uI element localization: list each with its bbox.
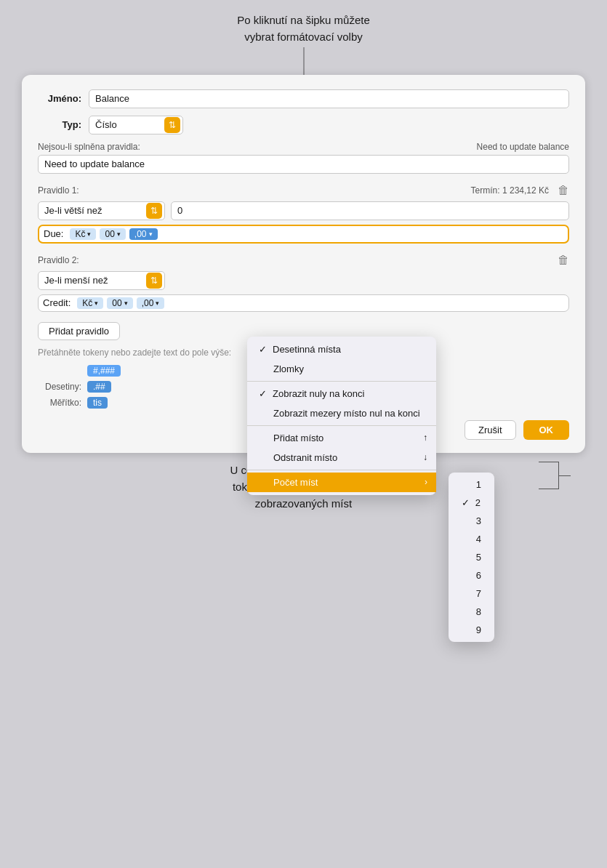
submenu-item-3[interactable]: 3 bbox=[449, 512, 494, 530]
desetiny-label: Desetiny: bbox=[38, 382, 81, 392]
dropdown-item-pocet-label: Počet míst bbox=[273, 477, 318, 488]
dropdown-divider-1 bbox=[247, 381, 436, 382]
rule2-format-label: Credit: bbox=[43, 297, 71, 308]
name-input[interactable] bbox=[89, 89, 569, 108]
dropdown-item-zlomky[interactable]: Zlomky bbox=[247, 359, 436, 379]
rules-hint: Need to update balance bbox=[477, 142, 569, 152]
type-label: Typ: bbox=[38, 119, 81, 130]
dropdown-item-desetinna-label: Desetinná místa bbox=[273, 344, 341, 355]
rule2-header: Pravidlo 2: 🗑 bbox=[38, 254, 569, 267]
submenu-item-2[interactable]: 2 bbox=[449, 494, 494, 512]
add-rule-button[interactable]: Přidat pravidlo bbox=[38, 322, 120, 340]
rule2-condition-select[interactable]: Je-li menší než bbox=[38, 271, 165, 290]
rules-label: Nejsou-li splněna pravidla: bbox=[38, 142, 140, 152]
dropdown-menu: Desetinná místa Zlomky Zobrazit nuly na … bbox=[247, 337, 436, 495]
submenu-item-7[interactable]: 7 bbox=[449, 584, 494, 603]
celeislo-chip[interactable]: #,### bbox=[87, 365, 121, 377]
dropdown-item-nuly[interactable]: Zobrazit nuly na konci bbox=[247, 384, 436, 403]
rule2-delete-icon[interactable]: 🗑 bbox=[558, 254, 569, 267]
rules-input[interactable] bbox=[38, 155, 569, 174]
dropdown-item-mezery[interactable]: Zobrazit mezery místo nul na konci bbox=[247, 403, 436, 423]
dropdown-item-mezery-label: Zobrazit mezery místo nul na konci bbox=[273, 408, 420, 419]
meritko-chip[interactable]: tis bbox=[87, 397, 108, 409]
rule1-header: Pravidlo 1: Termín: 1 234,12 Kč 🗑 bbox=[38, 184, 569, 197]
rules-label-row: Nejsou-li splněna pravidla: Need to upda… bbox=[38, 142, 569, 152]
rule1-chip-00[interactable]: 00 ▾ bbox=[100, 228, 125, 240]
submenu-item-5[interactable]: 5 bbox=[449, 548, 494, 566]
rule2-format-row: Credit: Kč ▾ 00 ▾ ,00 ▾ bbox=[38, 294, 569, 312]
rule2-select-wrap: Je-li menší než bbox=[38, 271, 165, 290]
rule2-section: Pravidlo 2: 🗑 Je-li menší než Credit: Kč… bbox=[38, 254, 569, 312]
rule2-chip-dec[interactable]: ,00 ▾ bbox=[137, 297, 165, 309]
rule1-chip-dec[interactable]: ,00 ▾ bbox=[129, 228, 158, 240]
rule2-title: Pravidlo 2: bbox=[38, 255, 79, 265]
pridat-arrow-icon: ↑ bbox=[423, 433, 427, 443]
rule2-controls: Je-li menší než bbox=[38, 271, 569, 290]
main-panel: Jméno: Typ: Číslo Nejsou-li splněna prav… bbox=[22, 75, 585, 453]
dropdown-item-desetinna[interactable]: Desetinná místa bbox=[247, 339, 436, 359]
odstranit-arrow-icon: ↓ bbox=[423, 452, 427, 462]
dropdown-item-odstranit-label: Odstranit místo bbox=[273, 452, 337, 463]
name-label: Jméno: bbox=[38, 93, 81, 104]
rule1-title: Pravidlo 1: bbox=[38, 185, 79, 196]
rule1-value-input[interactable] bbox=[171, 201, 569, 220]
dropdown-item-pridat[interactable]: Přidat místo ↑ bbox=[247, 428, 436, 448]
rule2-chip-kc[interactable]: Kč ▾ bbox=[77, 297, 103, 309]
type-select-wrap: Číslo bbox=[89, 116, 183, 134]
rule2-chip-00[interactable]: 00 ▾ bbox=[107, 297, 132, 309]
rule1-format-label: Due: bbox=[44, 228, 63, 239]
dropdown-item-pocet[interactable]: Počet míst › 1 2 3 4 5 6 7 8 9 bbox=[247, 473, 436, 492]
dropdown-item-nuly-label: Zobrazit nuly na konci bbox=[273, 388, 364, 399]
pocet-submenu-arrow-icon: › bbox=[425, 477, 427, 487]
rule1-controls: Je-li větší než bbox=[38, 201, 569, 220]
submenu-item-6[interactable]: 6 bbox=[449, 566, 494, 584]
desetiny-chip[interactable]: .## bbox=[87, 381, 111, 393]
submenu-item-8[interactable]: 8 bbox=[449, 603, 494, 621]
submenu: 1 2 3 4 5 6 7 8 9 bbox=[449, 473, 494, 642]
type-row: Typ: Číslo bbox=[38, 116, 569, 134]
rule1-term: Termín: 1 234,12 Kč bbox=[471, 185, 549, 196]
submenu-item-9[interactable]: 9 bbox=[449, 621, 494, 639]
rule1-section: Pravidlo 1: Termín: 1 234,12 Kč 🗑 Je-li … bbox=[38, 184, 569, 244]
meritko-label: Měřítko: bbox=[38, 398, 81, 408]
ok-button[interactable]: OK bbox=[523, 420, 570, 440]
dropdown-item-pridat-label: Přidat místo bbox=[273, 433, 323, 443]
rule1-select-wrap: Je-li větší než bbox=[38, 201, 165, 220]
dropdown-divider-2 bbox=[247, 425, 436, 426]
submenu-item-1[interactable]: 1 bbox=[449, 475, 494, 494]
annotation-top-text: Po kliknutí na šipku můžete vybrat formá… bbox=[116, 12, 491, 46]
dropdown-divider-3 bbox=[247, 470, 436, 470]
rule1-format-row: Due: Kč ▾ 00 ▾ ,00 ▾ bbox=[38, 225, 569, 244]
dropdown-item-zlomky-label: Zlomky bbox=[273, 363, 304, 374]
type-select[interactable]: Číslo bbox=[89, 116, 183, 134]
rule1-chip-kc[interactable]: Kč ▾ bbox=[70, 228, 96, 240]
submenu-item-4[interactable]: 4 bbox=[449, 530, 494, 548]
rule1-condition-select[interactable]: Je-li větší než bbox=[38, 201, 165, 220]
name-row: Jméno: bbox=[38, 89, 569, 108]
dropdown-item-odstranit[interactable]: Odstranit místo ↓ bbox=[247, 448, 436, 467]
rule1-delete-icon[interactable]: 🗑 bbox=[558, 184, 569, 197]
cancel-button[interactable]: Zrušit bbox=[465, 420, 516, 440]
